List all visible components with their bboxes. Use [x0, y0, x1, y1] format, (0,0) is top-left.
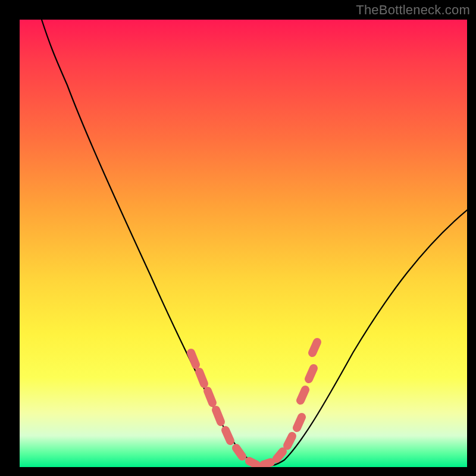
- marker-dot: [287, 436, 292, 446]
- marker-dot: [199, 372, 204, 384]
- marker-dot: [312, 342, 317, 353]
- bottleneck-curve: [42, 20, 467, 466]
- marker-dot: [208, 391, 212, 403]
- chart-svg: [20, 20, 467, 467]
- marker-dot: [277, 452, 283, 459]
- optimal-range-markers: [191, 342, 317, 465]
- marker-dot: [236, 448, 242, 456]
- marker-dot: [226, 430, 230, 441]
- marker-dot: [309, 368, 314, 379]
- marker-dot: [264, 462, 271, 465]
- marker-dot: [249, 461, 256, 465]
- chart-frame: TheBottleneck.com: [0, 0, 476, 476]
- plot-area: [20, 20, 467, 467]
- watermark-text: TheBottleneck.com: [356, 2, 470, 18]
- marker-dot: [216, 410, 221, 422]
- marker-dot: [300, 390, 305, 400]
- marker-dot: [297, 417, 302, 428]
- marker-dot: [191, 353, 196, 365]
